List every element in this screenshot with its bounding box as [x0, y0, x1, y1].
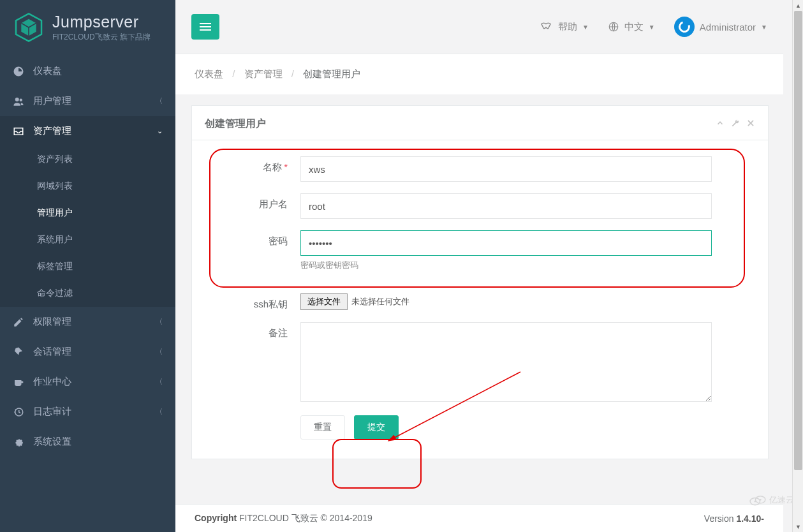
logo-icon: [13, 11, 45, 43]
breadcrumb: 仪表盘 / 资产管理 / 创建管理用户: [175, 54, 783, 94]
comment-textarea[interactable]: [300, 322, 712, 402]
watermark-text: 亿速云: [769, 494, 794, 506]
inbox-icon: [13, 126, 26, 137]
rocket-icon: [13, 346, 26, 358]
vertical-scrollbar[interactable]: ▲ ▼: [792, 0, 803, 532]
panel-header: 创建管理用户: [192, 106, 768, 140]
svg-point-12: [754, 501, 756, 503]
submenu-labels[interactable]: 标签管理: [0, 253, 175, 280]
sidebar-item-audit[interactable]: 日志审计 〈: [0, 397, 175, 427]
chevron-left-icon: 〈: [156, 377, 163, 387]
scroll-down-icon[interactable]: ▼: [793, 521, 803, 532]
hamburger-button[interactable]: [191, 14, 219, 40]
submenu-command-filter[interactable]: 命令过滤: [0, 280, 175, 307]
close-icon[interactable]: [746, 119, 755, 129]
footer-version-pre: Version: [704, 514, 737, 524]
sidebar-label: 资产管理: [33, 125, 71, 137]
file-text: 未选择任何文件: [351, 296, 409, 307]
chevron-left-icon: 〈: [156, 407, 163, 417]
scroll-up-icon[interactable]: ▲: [793, 0, 803, 11]
language-dropdown[interactable]: 中文 ▼: [608, 21, 655, 33]
topnav: 帮助 ▼ 中文 ▼ Administrator ▼: [175, 0, 783, 54]
choose-file-button[interactable]: 选择文件: [300, 293, 348, 310]
help-dropdown[interactable]: 帮助 ▼: [539, 21, 589, 33]
sidebar-item-sessions[interactable]: 会话管理 〈: [0, 337, 175, 367]
svg-point-3: [15, 98, 19, 101]
footer-version: 1.4.10-: [736, 514, 764, 524]
svg-point-4: [20, 98, 23, 101]
user-dropdown[interactable]: Administrator ▼: [674, 17, 767, 37]
sidebar-label: 系统设置: [33, 436, 71, 448]
submenu-admin-user[interactable]: 管理用户: [0, 200, 175, 226]
language-label: 中文: [624, 21, 644, 33]
support-icon: [539, 22, 553, 32]
asset-submenu: 资产列表 网域列表 管理用户 系统用户 标签管理 命令过滤: [0, 146, 175, 307]
name-input[interactable]: [300, 156, 712, 182]
footer: Copyright FIT2CLOUD 飞致云 © 2014-2019 Vers…: [175, 504, 783, 532]
history-icon: [13, 406, 26, 418]
sidebar-item-settings[interactable]: 系统设置: [0, 427, 175, 457]
breadcrumb-current: 创建管理用户: [303, 68, 360, 79]
sidebar-label: 仪表盘: [33, 65, 62, 77]
coffee-icon: [13, 376, 26, 388]
svg-point-13: [760, 499, 762, 501]
username-label: 用户名: [211, 193, 300, 211]
sidebar: Jumpserver FIT2CLOUD飞致云 旗下品牌 仪表盘 用户管理 〈 …: [0, 0, 175, 532]
sidebar-label: 用户管理: [33, 95, 71, 107]
username-input[interactable]: [300, 193, 712, 219]
name-label: 名称*: [211, 156, 300, 174]
sidebar-item-assets[interactable]: 资产管理 ⌄: [0, 116, 175, 146]
sshkey-label: ssh私钥: [211, 293, 300, 311]
footer-copyright-bold: Copyright: [195, 513, 237, 523]
sidebar-item-jobs[interactable]: 作业中心 〈: [0, 367, 175, 397]
sidebar-label: 日志审计: [33, 406, 71, 418]
caret-down-icon: ▼: [582, 24, 589, 31]
sidebar-label: 权限管理: [33, 316, 71, 328]
panel-title: 创建管理用户: [205, 117, 266, 131]
brand-tagline: FIT2CLOUD飞致云 旗下品牌: [52, 33, 151, 41]
content-panel: 创建管理用户 名称* 用户名 密码 密码或密钥密码: [191, 105, 769, 459]
chevron-down-icon: ⌄: [157, 127, 163, 135]
panel-body: 名称* 用户名 密码 密码或密钥密码 ssh私钥 选择文件 未选择任何文: [192, 140, 768, 459]
sidebar-item-users[interactable]: 用户管理 〈: [0, 86, 175, 116]
globe-icon: [608, 21, 619, 33]
brand-name: Jumpserver: [52, 13, 151, 31]
dashboard-icon: [13, 66, 26, 77]
breadcrumb-sep: /: [291, 68, 294, 79]
nav: 仪表盘 用户管理 〈 资产管理 ⌄ 资产列表 网域列表 管理用户 系统用户 标签…: [0, 56, 175, 457]
user-name: Administrator: [700, 22, 756, 33]
caret-down-icon: ▼: [761, 24, 767, 31]
file-input[interactable]: 选择文件 未选择任何文件: [300, 293, 712, 310]
password-label: 密码: [211, 230, 300, 248]
breadcrumb-sep: /: [232, 68, 235, 79]
password-help: 密码或密钥密码: [300, 260, 712, 271]
sidebar-item-dashboard[interactable]: 仪表盘: [0, 56, 175, 86]
reset-button[interactable]: 重置: [300, 415, 345, 440]
chevron-left-icon: 〈: [156, 347, 163, 357]
submenu-asset-list[interactable]: 资产列表: [0, 146, 175, 173]
footer-copyright: FIT2CLOUD 飞致云 © 2014-2019: [237, 513, 372, 523]
collapse-icon[interactable]: [716, 119, 725, 129]
submenu-domain-list[interactable]: 网域列表: [0, 173, 175, 200]
chevron-left-icon: 〈: [156, 317, 163, 327]
chevron-left-icon: 〈: [156, 96, 163, 106]
gear-icon: [13, 436, 26, 448]
wrench-icon[interactable]: [731, 119, 740, 129]
submenu-system-user[interactable]: 系统用户: [0, 226, 175, 253]
help-label: 帮助: [558, 21, 577, 33]
breadcrumb-assets[interactable]: 资产管理: [244, 68, 283, 79]
scrollbar-thumb[interactable]: [794, 11, 802, 470]
user-avatar-icon: [674, 17, 695, 37]
edit-icon: [13, 316, 26, 328]
annotation-box-submit: [332, 439, 422, 489]
sidebar-label: 会话管理: [33, 346, 71, 358]
users-icon: [13, 96, 26, 107]
logo-area: Jumpserver FIT2CLOUD飞致云 旗下品牌: [0, 0, 175, 50]
breadcrumb-dashboard[interactable]: 仪表盘: [195, 68, 223, 79]
submit-button[interactable]: 提交: [354, 415, 399, 440]
comment-label: 备注: [211, 322, 300, 339]
password-input[interactable]: [300, 230, 712, 256]
sidebar-label: 作业中心: [33, 376, 71, 388]
sidebar-item-perms[interactable]: 权限管理 〈: [0, 307, 175, 337]
caret-down-icon: ▼: [649, 24, 655, 31]
